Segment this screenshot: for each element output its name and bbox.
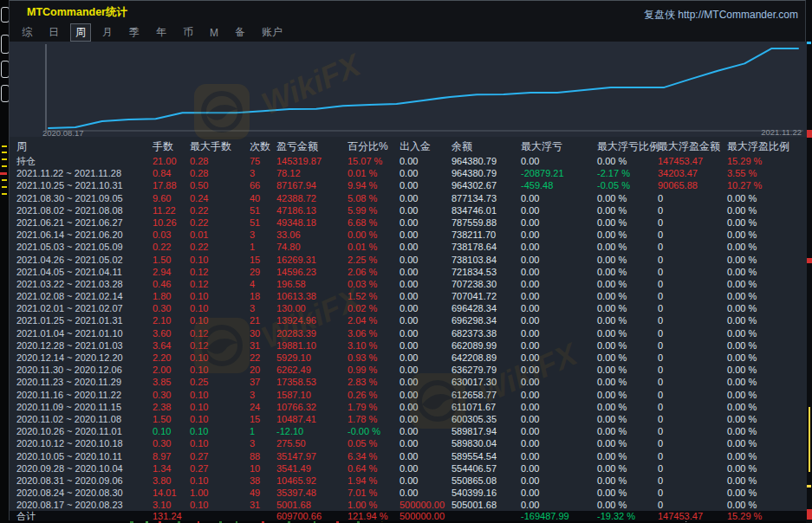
table-cell: 3.55 % xyxy=(727,167,757,179)
menu-item-M[interactable]: M xyxy=(205,26,223,40)
period-label: 2021.04.26 ~ 2021.05.02 xyxy=(16,254,123,266)
table-cell: 0.27 xyxy=(190,462,208,475)
table-cell: 5.08 % xyxy=(348,192,377,204)
table-row[interactable]: 2020.12.28 ~ 2021.01.033.640.123119881.1… xyxy=(10,339,807,352)
table-row[interactable]: 2021.02.01 ~ 2021.02.070.300.103130.000.… xyxy=(10,302,807,314)
table-cell: 0.10 xyxy=(190,314,208,326)
background-fragment xyxy=(2,165,7,167)
table-cell: 19881.10 xyxy=(276,339,316,352)
table-cell: 1.50 xyxy=(153,413,171,425)
table-cell: 0.00 % xyxy=(727,254,757,266)
table-cell: 0.50 xyxy=(190,179,208,191)
table-cell: 1.34 xyxy=(153,462,171,475)
table-cell: 0.10 xyxy=(190,425,208,437)
menu-item-币[interactable]: 币 xyxy=(179,24,198,41)
column-header: 盈亏金额 xyxy=(276,138,318,155)
table-cell: 10487.41 xyxy=(276,413,316,425)
table-cell: 0 xyxy=(658,401,663,413)
menu-item-月[interactable]: 月 xyxy=(98,24,117,41)
table-row[interactable]: 2021.03.22 ~ 2021.03.280.460.124196.580.… xyxy=(10,278,807,290)
table-cell: 0.01 % xyxy=(348,241,377,253)
table-cell: 0.00 % xyxy=(727,278,757,290)
menu-item-日[interactable]: 日 xyxy=(44,24,63,41)
table-cell: 10465.92 xyxy=(276,475,316,487)
period-label: 2020.10.26 ~ 2020.11.01 xyxy=(16,425,122,437)
menu-item-年[interactable]: 年 xyxy=(152,24,171,41)
table-row[interactable]: 2020.11.09 ~ 2020.11.152.380.102410766.3… xyxy=(10,401,807,413)
table-cell: 0 xyxy=(658,475,663,487)
table-row[interactable]: 2020.11.02 ~ 2020.11.081.500.101510487.4… xyxy=(10,413,807,425)
table-row[interactable]: 2020.11.30 ~ 2020.12.062.000.10206262.49… xyxy=(10,364,807,376)
table-row[interactable]: 2020.08.31 ~ 2020.09.063.800.103810465.9… xyxy=(10,475,807,487)
table-row[interactable]: 2020.09.28 ~ 2020.10.041.340.27103541.49… xyxy=(10,462,807,475)
table-row[interactable]: 2021.10.25 ~ 2021.10.3117.880.506687167.… xyxy=(10,179,807,191)
table-cell: 275.50 xyxy=(276,437,306,449)
table-row[interactable]: 2021.06.21 ~ 2021.06.2710.260.225149348.… xyxy=(10,216,807,229)
period-label: 2020.12.28 ~ 2021.01.03 xyxy=(16,339,123,352)
table-cell: 0.00 xyxy=(400,266,418,278)
table-row[interactable]: 2021.04.05 ~ 2021.04.112.940.122914596.2… xyxy=(10,266,807,278)
table-cell: 0.10 xyxy=(190,413,208,425)
table-cell: 0.26 % xyxy=(348,389,377,401)
table-row[interactable]: 2021.02.08 ~ 2021.02.141.800.101810613.3… xyxy=(10,290,807,302)
period-label: 2021.06.21 ~ 2021.06.27 xyxy=(16,216,123,229)
table-cell: 0.10 xyxy=(190,401,208,413)
table-row[interactable]: 2021.01.04 ~ 2021.01.103.600.123020283.3… xyxy=(10,327,807,339)
table-row[interactable]: 持仓21.000.2875145319.8715.07 %0.00964380.… xyxy=(10,155,807,167)
screen: MTCommander统计 复盘侠 http://MTCommander.com… xyxy=(0,0,812,523)
table-cell: 78.12 xyxy=(276,167,301,179)
table-cell: 2.94 xyxy=(153,266,171,278)
table-cell: 1 xyxy=(250,425,255,437)
table-row[interactable]: 2021.08.02 ~ 2021.08.0811.220.225147186.… xyxy=(10,204,807,216)
table-cell: 0.00 xyxy=(521,339,539,352)
menu-item-综[interactable]: 综 xyxy=(17,24,36,41)
menu-item-周[interactable]: 周 xyxy=(71,24,90,41)
table-row[interactable]: 2020.12.14 ~ 2020.12.202.200.10225929.10… xyxy=(10,352,807,364)
table-cell: 0.00 xyxy=(400,216,418,229)
table-row[interactable]: 2020.10.26 ~ 2020.11.010.100.101-12.10-0… xyxy=(10,425,807,437)
period-label: 2020.10.05 ~ 2020.10.11 xyxy=(16,450,122,462)
table-cell: 0.00 xyxy=(521,278,539,290)
table-cell: 642208.89 xyxy=(451,352,497,364)
table-row[interactable]: 2021.04.26 ~ 2021.05.021.500.101516269.3… xyxy=(10,254,807,266)
table-cell: 0.00 % xyxy=(727,192,757,204)
table-row[interactable]: 2021.06.14 ~ 2021.06.200.030.01333.060.0… xyxy=(10,229,807,241)
table-cell: 738178.64 xyxy=(451,241,497,253)
menu-item-季[interactable]: 季 xyxy=(125,24,144,41)
table-row[interactable]: 2020.08.24 ~ 2020.08.3014.011.004935397.… xyxy=(10,487,807,499)
table-row[interactable]: 2020.08.17 ~ 2020.08.233.100.10315001.68… xyxy=(10,499,807,511)
table-cell: 0.00 xyxy=(521,266,539,278)
table-cell: 0.00 xyxy=(400,462,418,475)
table-cell: 0.00 % xyxy=(727,339,757,352)
table-cell: 2.04 % xyxy=(348,314,377,326)
table-row[interactable]: 2020.10.12 ~ 2020.10.180.300.103275.500.… xyxy=(10,437,807,449)
table-row[interactable]: 2021.08.30 ~ 2021.09.059.600.244042388.7… xyxy=(10,192,807,204)
table-cell: 0 xyxy=(658,254,663,266)
table-cell: 9.94 % xyxy=(348,179,377,191)
table-cell: 0 xyxy=(658,425,663,437)
table-row[interactable]: 2020.11.23 ~ 2020.11.293.850.253717358.5… xyxy=(10,376,807,388)
table-cell: 3.06 % xyxy=(348,327,377,339)
table-cell: 0 xyxy=(658,499,663,511)
background-fragment xyxy=(2,152,7,153)
table-cell: 0.28 xyxy=(190,155,208,167)
table-cell: 3 xyxy=(250,167,255,179)
table-cell: 10766.32 xyxy=(276,401,316,413)
table-cell: 1.79 % xyxy=(348,401,377,413)
menu-item-账户[interactable]: 账户 xyxy=(257,24,287,41)
table-cell: 35397.48 xyxy=(276,487,316,499)
period-label: 2021.02.08 ~ 2021.02.14 xyxy=(16,290,123,302)
table-row[interactable]: 2021.05.03 ~ 2021.05.090.220.22174.800.0… xyxy=(10,241,807,253)
table-row[interactable]: 2020.11.16 ~ 2020.11.220.300.1031587.100… xyxy=(10,389,807,401)
table-cell: 16269.31 xyxy=(276,254,316,266)
table-cell: 74.80 xyxy=(276,241,301,253)
table-cell: 0.00 % xyxy=(348,229,377,241)
table-cell: 0.00 xyxy=(521,204,539,216)
table-row[interactable]: 2021.01.25 ~ 2021.01.312.100.102113924.9… xyxy=(10,314,807,326)
table-row[interactable]: 2021.11.22 ~ 2021.11.280.840.28378.120.0… xyxy=(10,167,807,179)
total-cell: 609700.66 xyxy=(276,511,322,521)
table-row[interactable]: 2020.10.05 ~ 2020.10.118.970.278835147.9… xyxy=(10,450,807,462)
menu-item-备[interactable]: 备 xyxy=(231,24,250,41)
column-header: 手数 xyxy=(153,138,173,155)
table-cell: 15.07 % xyxy=(348,155,382,167)
